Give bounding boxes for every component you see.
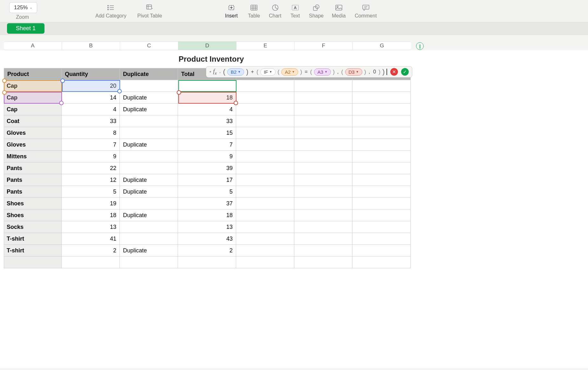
cell-empty[interactable] <box>352 104 411 115</box>
cell-empty[interactable] <box>236 80 294 92</box>
cell-empty[interactable] <box>352 198 411 209</box>
cell-duplicate[interactable] <box>120 162 178 174</box>
cell-duplicate[interactable]: Duplicate <box>120 174 178 186</box>
chart-icon[interactable] <box>271 3 279 12</box>
cell-quantity[interactable]: 33 <box>62 115 120 127</box>
col-header-c[interactable]: C <box>120 42 178 50</box>
col-header-f[interactable]: F <box>295 42 353 50</box>
cell-quantity[interactable]: 20 <box>62 80 120 92</box>
cell-duplicate[interactable] <box>120 127 178 139</box>
cell-empty[interactable] <box>352 115 411 127</box>
cell-quantity[interactable]: 41 <box>62 233 120 245</box>
cell-empty[interactable] <box>294 257 352 268</box>
cell-quantity[interactable]: 18 <box>62 209 120 221</box>
cell-duplicate[interactable] <box>120 115 178 127</box>
cell-empty[interactable] <box>352 174 411 186</box>
accept-button[interactable]: ✓ <box>401 68 409 76</box>
cell-empty[interactable] <box>352 92 411 104</box>
cell-empty[interactable] <box>4 257 62 268</box>
col-header-g[interactable]: G <box>353 42 411 50</box>
cell-empty[interactable] <box>236 127 294 139</box>
cell-empty[interactable] <box>236 233 294 245</box>
cell-total[interactable]: 15 <box>178 127 236 139</box>
cell-total[interactable]: 17 <box>178 174 236 186</box>
header-product[interactable]: Product <box>4 68 62 80</box>
cell-empty[interactable] <box>294 80 352 92</box>
cell-empty[interactable] <box>294 104 352 115</box>
cell-empty[interactable] <box>352 186 411 198</box>
cell-quantity[interactable]: 7 <box>62 139 120 151</box>
ref-d3-token[interactable]: D3▼ <box>345 68 362 76</box>
cell-empty[interactable] <box>294 233 352 245</box>
cell-total[interactable]: 37 <box>178 198 236 209</box>
cell-empty[interactable] <box>236 151 294 162</box>
cell-total[interactable]: 9 <box>178 151 236 162</box>
cell-duplicate[interactable]: Duplicate <box>120 186 178 198</box>
cell-empty[interactable] <box>294 92 352 104</box>
cell-empty[interactable] <box>294 186 352 198</box>
formula-bar[interactable]: • fx ⌄ ( B2▼ ) + ( IF▼ ( A2▼ ) = ( A3▼ )… <box>206 66 412 78</box>
cell-empty[interactable] <box>352 80 411 92</box>
cell-duplicate[interactable]: Duplicate <box>120 92 178 104</box>
cell-product[interactable]: Mittens <box>4 151 62 162</box>
cell-total[interactable]: 13 <box>178 221 236 233</box>
cell-quantity[interactable]: 9 <box>62 151 120 162</box>
zoom-button[interactable]: 125% ⌄ <box>9 2 37 13</box>
fx-icon[interactable]: fx <box>213 68 217 76</box>
cell-empty[interactable] <box>294 127 352 139</box>
comment-icon[interactable] <box>362 3 370 12</box>
cell-total[interactable]: 18 <box>178 92 236 104</box>
text-icon[interactable]: A <box>291 3 299 12</box>
cell-empty[interactable] <box>294 209 352 221</box>
cell-product[interactable]: Shoes <box>4 209 62 221</box>
cell-quantity[interactable]: 22 <box>62 162 120 174</box>
table-icon[interactable] <box>250 3 258 12</box>
cell-empty[interactable] <box>294 162 352 174</box>
cell-empty[interactable] <box>294 174 352 186</box>
cell-quantity[interactable]: 2 <box>62 245 120 257</box>
cell-duplicate[interactable] <box>120 151 178 162</box>
cell-empty[interactable] <box>236 162 294 174</box>
cell-duplicate[interactable]: Duplicate <box>120 209 178 221</box>
cell-empty[interactable] <box>236 92 294 104</box>
cell-empty[interactable] <box>236 257 294 268</box>
cell-duplicate[interactable]: Duplicate <box>120 104 178 115</box>
cell-product[interactable]: Cap <box>4 92 62 104</box>
cell-product[interactable]: Pants <box>4 186 62 198</box>
cell-empty[interactable] <box>236 209 294 221</box>
cell-empty[interactable] <box>352 151 411 162</box>
cell-duplicate[interactable] <box>120 221 178 233</box>
cell-empty[interactable] <box>62 257 120 268</box>
cell-total[interactable]: 5 <box>178 186 236 198</box>
cell-quantity[interactable]: 12 <box>62 174 120 186</box>
ref-b2-token[interactable]: B2▼ <box>227 68 244 76</box>
ref-a3-token[interactable]: A3▼ <box>314 68 331 76</box>
header-quantity[interactable]: Quantity <box>62 68 120 80</box>
col-header-d[interactable]: D <box>178 42 236 50</box>
ref-a2-token[interactable]: A2▼ <box>281 68 298 76</box>
cell-product[interactable]: Gloves <box>4 139 62 151</box>
table-title[interactable]: Product Inventory <box>179 55 244 64</box>
cell-empty[interactable] <box>352 245 411 257</box>
cell-empty[interactable] <box>236 104 294 115</box>
cell-duplicate[interactable] <box>120 80 178 92</box>
cell-quantity[interactable]: 14 <box>62 92 120 104</box>
cell-empty[interactable] <box>178 257 236 268</box>
col-header-b[interactable]: B <box>62 42 120 50</box>
cell-empty[interactable] <box>352 139 411 151</box>
cell-quantity[interactable]: 19 <box>62 198 120 209</box>
pivot-table-icon[interactable] <box>146 3 154 12</box>
cell-empty[interactable] <box>294 115 352 127</box>
cell-product[interactable]: T-shirt <box>4 233 62 245</box>
cell-empty[interactable] <box>352 221 411 233</box>
cell-empty[interactable] <box>294 198 352 209</box>
shape-icon[interactable] <box>312 3 320 12</box>
cell-quantity[interactable]: 5 <box>62 186 120 198</box>
cell-product[interactable]: Pants <box>4 174 62 186</box>
cell-empty[interactable] <box>352 127 411 139</box>
col-header-e[interactable]: E <box>236 42 295 50</box>
cell-total[interactable]: 7 <box>178 139 236 151</box>
insert-icon[interactable] <box>227 3 236 12</box>
cell-empty[interactable] <box>352 162 411 174</box>
cell-product[interactable]: Pants <box>4 162 62 174</box>
